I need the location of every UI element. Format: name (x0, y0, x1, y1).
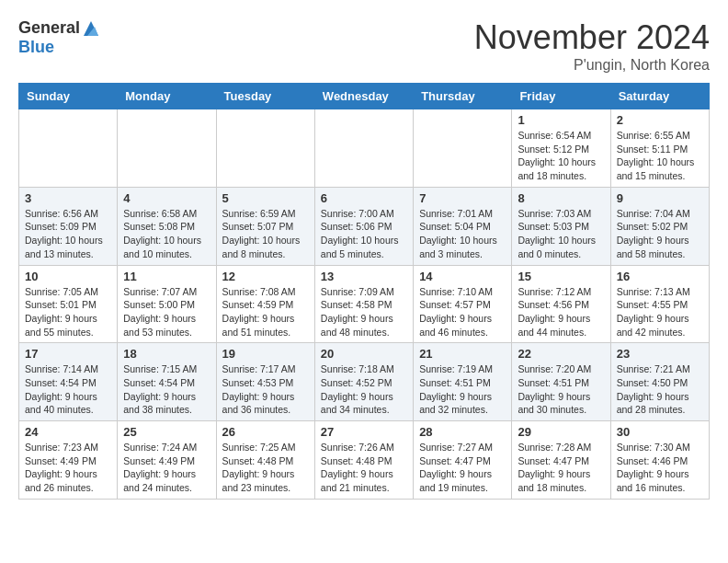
day-number: 2 (617, 113, 703, 127)
calendar-cell: 25Sunrise: 7:24 AM Sunset: 4:49 PM Dayli… (118, 421, 216, 500)
day-number: 30 (617, 425, 703, 439)
day-info: Sunrise: 6:54 AM Sunset: 5:12 PM Dayligh… (518, 129, 604, 183)
day-number: 1 (518, 113, 604, 127)
day-number: 11 (123, 270, 210, 283)
calendar-cell (414, 109, 512, 188)
calendar-cell: 3Sunrise: 6:56 AM Sunset: 5:09 PM Daylig… (19, 187, 118, 265)
calendar-cell: 7Sunrise: 7:01 AM Sunset: 5:04 PM Daylig… (414, 187, 512, 265)
weekday-header: Wednesday (314, 84, 413, 109)
logo-blue-text: Blue (18, 38, 54, 57)
calendar-cell (216, 109, 314, 188)
day-number: 16 (617, 270, 703, 283)
day-number: 3 (25, 191, 111, 205)
calendar-cell: 28Sunrise: 7:27 AM Sunset: 4:47 PM Dayli… (414, 421, 512, 500)
calendar-cell: 14Sunrise: 7:10 AM Sunset: 4:57 PM Dayli… (414, 265, 512, 343)
day-number: 22 (518, 347, 604, 361)
calendar-week-row: 24Sunrise: 7:23 AM Sunset: 4:49 PM Dayli… (19, 421, 710, 500)
day-info: Sunrise: 7:03 AM Sunset: 5:03 PM Dayligh… (518, 207, 604, 261)
weekday-header: Friday (512, 84, 610, 109)
day-number: 28 (419, 425, 506, 439)
calendar-week-row: 10Sunrise: 7:05 AM Sunset: 5:01 PM Dayli… (19, 265, 710, 343)
day-info: Sunrise: 7:08 AM Sunset: 4:59 PM Dayligh… (222, 285, 309, 339)
day-number: 14 (419, 270, 506, 283)
calendar-table: SundayMondayTuesdayWednesdayThursdayFrid… (18, 83, 710, 500)
day-number: 25 (123, 425, 210, 439)
weekday-header: Saturday (610, 84, 709, 109)
day-info: Sunrise: 7:30 AM Sunset: 4:46 PM Dayligh… (617, 441, 703, 495)
calendar-cell: 4Sunrise: 6:58 AM Sunset: 5:08 PM Daylig… (118, 187, 216, 265)
day-number: 8 (518, 191, 604, 205)
calendar-cell: 20Sunrise: 7:18 AM Sunset: 4:52 PM Dayli… (314, 343, 413, 421)
day-info: Sunrise: 7:21 AM Sunset: 4:50 PM Dayligh… (617, 362, 703, 417)
day-info: Sunrise: 7:01 AM Sunset: 5:04 PM Dayligh… (419, 207, 506, 261)
day-info: Sunrise: 7:20 AM Sunset: 4:51 PM Dayligh… (518, 362, 604, 417)
calendar-cell: 21Sunrise: 7:19 AM Sunset: 4:51 PM Dayli… (414, 343, 512, 421)
day-info: Sunrise: 7:12 AM Sunset: 4:56 PM Dayligh… (518, 285, 604, 339)
calendar-cell (19, 109, 118, 188)
weekday-header: Tuesday (216, 84, 314, 109)
day-number: 17 (25, 347, 111, 361)
calendar-cell: 23Sunrise: 7:21 AM Sunset: 4:50 PM Dayli… (610, 343, 709, 421)
day-number: 26 (222, 425, 309, 439)
logo-general-text: General (18, 18, 80, 38)
calendar-cell: 8Sunrise: 7:03 AM Sunset: 5:03 PM Daylig… (512, 187, 610, 265)
calendar-cell: 5Sunrise: 6:59 AM Sunset: 5:07 PM Daylig… (216, 187, 314, 265)
day-info: Sunrise: 7:04 AM Sunset: 5:02 PM Dayligh… (617, 207, 703, 261)
month-title: November 2024 (474, 18, 710, 57)
calendar-cell: 29Sunrise: 7:28 AM Sunset: 4:47 PM Dayli… (512, 421, 610, 500)
weekday-header: Thursday (414, 84, 512, 109)
day-info: Sunrise: 7:28 AM Sunset: 4:47 PM Dayligh… (518, 441, 604, 495)
calendar-cell: 18Sunrise: 7:15 AM Sunset: 4:54 PM Dayli… (118, 343, 216, 421)
day-number: 24 (25, 425, 111, 439)
day-number: 7 (419, 191, 506, 205)
day-number: 10 (25, 270, 111, 283)
calendar-cell: 24Sunrise: 7:23 AM Sunset: 4:49 PM Dayli… (19, 421, 118, 500)
calendar-cell: 15Sunrise: 7:12 AM Sunset: 4:56 PM Dayli… (512, 265, 610, 343)
calendar-week-row: 3Sunrise: 6:56 AM Sunset: 5:09 PM Daylig… (19, 187, 710, 265)
day-info: Sunrise: 7:09 AM Sunset: 4:58 PM Dayligh… (321, 285, 407, 339)
day-info: Sunrise: 7:25 AM Sunset: 4:48 PM Dayligh… (222, 441, 309, 495)
day-number: 20 (321, 347, 407, 361)
day-number: 12 (222, 270, 309, 283)
day-info: Sunrise: 7:00 AM Sunset: 5:06 PM Dayligh… (321, 207, 407, 261)
day-info: Sunrise: 6:58 AM Sunset: 5:08 PM Dayligh… (123, 207, 210, 261)
calendar-cell: 30Sunrise: 7:30 AM Sunset: 4:46 PM Dayli… (610, 421, 709, 500)
calendar-cell: 9Sunrise: 7:04 AM Sunset: 5:02 PM Daylig… (610, 187, 709, 265)
day-number: 5 (222, 191, 309, 205)
calendar-cell (118, 109, 216, 188)
day-info: Sunrise: 6:56 AM Sunset: 5:09 PM Dayligh… (25, 207, 111, 261)
day-info: Sunrise: 7:23 AM Sunset: 4:49 PM Dayligh… (25, 441, 111, 495)
day-info: Sunrise: 6:55 AM Sunset: 5:11 PM Dayligh… (617, 129, 703, 183)
day-info: Sunrise: 7:13 AM Sunset: 4:55 PM Dayligh… (617, 285, 703, 339)
day-info: Sunrise: 7:27 AM Sunset: 4:47 PM Dayligh… (419, 441, 506, 495)
day-info: Sunrise: 7:05 AM Sunset: 5:01 PM Dayligh… (25, 285, 111, 339)
day-number: 9 (617, 191, 703, 205)
calendar-cell (314, 109, 413, 188)
day-info: Sunrise: 7:19 AM Sunset: 4:51 PM Dayligh… (419, 362, 506, 417)
calendar-cell: 12Sunrise: 7:08 AM Sunset: 4:59 PM Dayli… (216, 265, 314, 343)
calendar-cell: 19Sunrise: 7:17 AM Sunset: 4:53 PM Dayli… (216, 343, 314, 421)
day-info: Sunrise: 7:14 AM Sunset: 4:54 PM Dayligh… (25, 362, 111, 417)
day-info: Sunrise: 7:10 AM Sunset: 4:57 PM Dayligh… (419, 285, 506, 339)
calendar-cell: 1Sunrise: 6:54 AM Sunset: 5:12 PM Daylig… (512, 109, 610, 188)
calendar-cell: 17Sunrise: 7:14 AM Sunset: 4:54 PM Dayli… (19, 343, 118, 421)
day-number: 15 (518, 270, 604, 283)
day-number: 23 (617, 347, 703, 361)
day-info: Sunrise: 6:59 AM Sunset: 5:07 PM Dayligh… (222, 207, 309, 261)
day-info: Sunrise: 7:15 AM Sunset: 4:54 PM Dayligh… (123, 362, 210, 417)
calendar-cell: 11Sunrise: 7:07 AM Sunset: 5:00 PM Dayli… (118, 265, 216, 343)
day-info: Sunrise: 7:26 AM Sunset: 4:48 PM Dayligh… (321, 441, 407, 495)
day-number: 6 (321, 191, 407, 205)
calendar-week-row: 1Sunrise: 6:54 AM Sunset: 5:12 PM Daylig… (19, 109, 710, 188)
calendar-header-row: SundayMondayTuesdayWednesdayThursdayFrid… (19, 84, 710, 109)
calendar-cell: 13Sunrise: 7:09 AM Sunset: 4:58 PM Dayli… (314, 265, 413, 343)
logo-icon (82, 19, 100, 38)
weekday-header: Monday (118, 84, 216, 109)
calendar-cell: 22Sunrise: 7:20 AM Sunset: 4:51 PM Dayli… (512, 343, 610, 421)
weekday-header: Sunday (19, 84, 118, 109)
day-info: Sunrise: 7:07 AM Sunset: 5:00 PM Dayligh… (123, 285, 210, 339)
day-info: Sunrise: 7:17 AM Sunset: 4:53 PM Dayligh… (222, 362, 309, 417)
location-text: P'ungin, North Korea (474, 57, 710, 74)
day-number: 29 (518, 425, 604, 439)
calendar-cell: 26Sunrise: 7:25 AM Sunset: 4:48 PM Dayli… (216, 421, 314, 500)
